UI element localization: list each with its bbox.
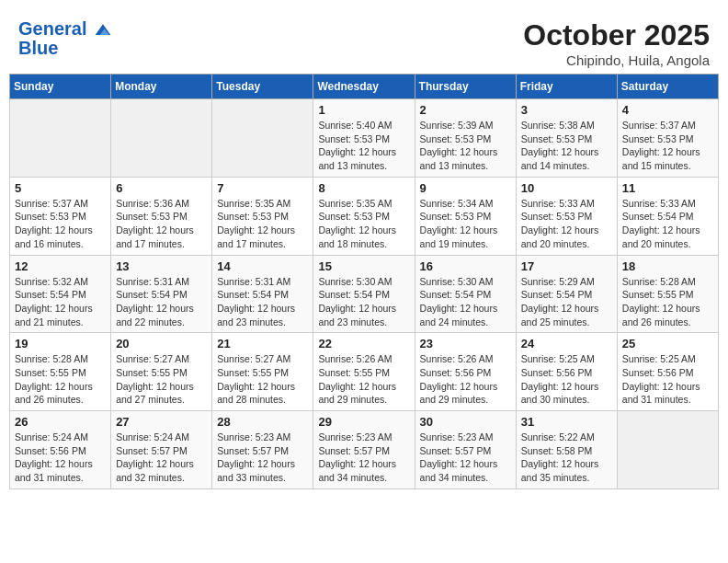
day-number: 23 — [420, 337, 511, 350]
calendar-cell: 21Sunrise: 5:27 AMSunset: 5:55 PMDayligh… — [212, 333, 313, 411]
day-info: Sunrise: 5:33 AMSunset: 5:53 PMDaylight:… — [521, 197, 612, 251]
calendar-cell: 10Sunrise: 5:33 AMSunset: 5:53 PMDayligh… — [516, 177, 617, 255]
calendar-week-2: 5Sunrise: 5:37 AMSunset: 5:53 PMDaylight… — [10, 177, 719, 255]
day-info: Sunrise: 5:32 AMSunset: 5:54 PMDaylight:… — [15, 275, 106, 329]
day-number: 18 — [622, 259, 713, 273]
day-number: 4 — [622, 103, 713, 117]
day-info: Sunrise: 5:25 AMSunset: 5:56 PMDaylight:… — [622, 352, 713, 407]
day-number: 5 — [15, 181, 106, 195]
title-block: October 2025 Chipindo, Huila, Angola — [523, 18, 710, 68]
calendar-cell: 14Sunrise: 5:31 AMSunset: 5:54 PMDayligh… — [212, 255, 313, 333]
weekday-header-row: SundayMondayTuesdayWednesdayThursdayFrid… — [10, 75, 719, 99]
logo-blue: Blue — [18, 38, 112, 59]
day-info: Sunrise: 5:40 AMSunset: 5:53 PMDaylight:… — [318, 119, 409, 173]
month-title: October 2025 — [523, 18, 710, 52]
day-info: Sunrise: 5:27 AMSunset: 5:55 PMDaylight:… — [116, 352, 207, 407]
day-number: 14 — [217, 259, 308, 273]
day-info: Sunrise: 5:34 AMSunset: 5:53 PMDaylight:… — [420, 197, 511, 251]
weekday-header-wednesday: Wednesday — [313, 75, 415, 99]
day-number: 26 — [15, 415, 106, 429]
day-info: Sunrise: 5:22 AMSunset: 5:58 PMDaylight:… — [521, 431, 612, 485]
day-number: 8 — [318, 181, 409, 195]
day-info: Sunrise: 5:24 AMSunset: 5:56 PMDaylight:… — [15, 431, 106, 485]
day-number: 3 — [521, 103, 612, 117]
location-title: Chipindo, Huila, Angola — [523, 52, 710, 68]
calendar-cell: 16Sunrise: 5:30 AMSunset: 5:54 PMDayligh… — [415, 255, 516, 333]
day-number: 27 — [116, 415, 207, 429]
day-number: 7 — [217, 181, 308, 195]
day-info: Sunrise: 5:25 AMSunset: 5:56 PMDaylight:… — [521, 352, 612, 407]
calendar-cell: 6Sunrise: 5:36 AMSunset: 5:53 PMDaylight… — [111, 177, 212, 255]
calendar-cell: 23Sunrise: 5:26 AMSunset: 5:56 PMDayligh… — [415, 333, 516, 411]
day-number: 9 — [420, 181, 511, 195]
calendar-cell: 3Sunrise: 5:38 AMSunset: 5:53 PMDaylight… — [516, 99, 617, 178]
logo-text: General — [18, 18, 112, 40]
day-number: 12 — [15, 259, 106, 273]
calendar-cell: 5Sunrise: 5:37 AMSunset: 5:53 PMDaylight… — [10, 177, 111, 255]
calendar-cell: 2Sunrise: 5:39 AMSunset: 5:53 PMDaylight… — [415, 99, 516, 178]
calendar-table: SundayMondayTuesdayWednesdayThursdayFrid… — [9, 74, 719, 489]
day-number: 11 — [622, 181, 713, 195]
calendar-week-4: 19Sunrise: 5:28 AMSunset: 5:55 PMDayligh… — [10, 333, 719, 411]
calendar-cell: 29Sunrise: 5:23 AMSunset: 5:57 PMDayligh… — [313, 411, 415, 489]
day-number: 2 — [420, 103, 511, 117]
calendar-cell: 8Sunrise: 5:35 AMSunset: 5:53 PMDaylight… — [313, 177, 415, 255]
calendar-cell: 12Sunrise: 5:32 AMSunset: 5:54 PMDayligh… — [10, 255, 111, 333]
day-number: 17 — [521, 259, 612, 273]
day-number: 28 — [217, 415, 308, 429]
calendar-cell — [111, 99, 212, 178]
calendar-cell: 26Sunrise: 5:24 AMSunset: 5:56 PMDayligh… — [10, 411, 111, 489]
day-number: 15 — [318, 259, 409, 273]
day-number: 16 — [420, 259, 511, 273]
day-info: Sunrise: 5:38 AMSunset: 5:53 PMDaylight:… — [521, 119, 612, 173]
calendar-week-5: 26Sunrise: 5:24 AMSunset: 5:56 PMDayligh… — [10, 411, 719, 489]
day-info: Sunrise: 5:37 AMSunset: 5:53 PMDaylight:… — [622, 119, 713, 173]
day-info: Sunrise: 5:29 AMSunset: 5:54 PMDaylight:… — [521, 275, 612, 329]
day-info: Sunrise: 5:23 AMSunset: 5:57 PMDaylight:… — [420, 431, 511, 485]
day-number: 19 — [15, 337, 106, 350]
day-number: 30 — [420, 415, 511, 429]
day-number: 22 — [318, 337, 409, 350]
day-number: 31 — [521, 415, 612, 429]
calendar-cell: 24Sunrise: 5:25 AMSunset: 5:56 PMDayligh… — [516, 333, 617, 411]
calendar-cell: 30Sunrise: 5:23 AMSunset: 5:57 PMDayligh… — [415, 411, 516, 489]
day-info: Sunrise: 5:37 AMSunset: 5:53 PMDaylight:… — [15, 197, 106, 251]
calendar-cell: 20Sunrise: 5:27 AMSunset: 5:55 PMDayligh… — [111, 333, 212, 411]
calendar-cell: 7Sunrise: 5:35 AMSunset: 5:53 PMDaylight… — [212, 177, 313, 255]
calendar-cell: 4Sunrise: 5:37 AMSunset: 5:53 PMDaylight… — [617, 99, 718, 178]
calendar-cell: 19Sunrise: 5:28 AMSunset: 5:55 PMDayligh… — [10, 333, 111, 411]
day-number: 24 — [521, 337, 612, 350]
day-info: Sunrise: 5:26 AMSunset: 5:55 PMDaylight:… — [318, 352, 409, 407]
calendar-cell — [10, 99, 111, 178]
day-info: Sunrise: 5:28 AMSunset: 5:55 PMDaylight:… — [15, 352, 106, 407]
weekday-header-friday: Friday — [516, 75, 617, 99]
day-info: Sunrise: 5:24 AMSunset: 5:57 PMDaylight:… — [116, 431, 207, 485]
day-number: 29 — [318, 415, 409, 429]
day-number: 20 — [116, 337, 207, 350]
day-info: Sunrise: 5:31 AMSunset: 5:54 PMDaylight:… — [116, 275, 207, 329]
day-info: Sunrise: 5:35 AMSunset: 5:53 PMDaylight:… — [318, 197, 409, 251]
calendar-week-1: 1Sunrise: 5:40 AMSunset: 5:53 PMDaylight… — [10, 99, 719, 178]
weekday-header-thursday: Thursday — [415, 75, 516, 99]
day-info: Sunrise: 5:26 AMSunset: 5:56 PMDaylight:… — [420, 352, 511, 407]
calendar-week-3: 12Sunrise: 5:32 AMSunset: 5:54 PMDayligh… — [10, 255, 719, 333]
day-number: 1 — [318, 103, 409, 117]
day-number: 25 — [622, 337, 713, 350]
calendar-cell: 13Sunrise: 5:31 AMSunset: 5:54 PMDayligh… — [111, 255, 212, 333]
calendar-cell: 28Sunrise: 5:23 AMSunset: 5:57 PMDayligh… — [212, 411, 313, 489]
calendar-cell: 25Sunrise: 5:25 AMSunset: 5:56 PMDayligh… — [617, 333, 718, 411]
day-info: Sunrise: 5:23 AMSunset: 5:57 PMDaylight:… — [217, 431, 308, 485]
weekday-header-monday: Monday — [111, 75, 212, 99]
day-number: 21 — [217, 337, 308, 350]
day-number: 13 — [116, 259, 207, 273]
day-info: Sunrise: 5:31 AMSunset: 5:54 PMDaylight:… — [217, 275, 308, 329]
calendar-cell: 22Sunrise: 5:26 AMSunset: 5:55 PMDayligh… — [313, 333, 415, 411]
calendar-cell — [617, 411, 718, 489]
day-info: Sunrise: 5:36 AMSunset: 5:53 PMDaylight:… — [116, 197, 207, 251]
day-info: Sunrise: 5:39 AMSunset: 5:53 PMDaylight:… — [420, 119, 511, 173]
calendar-cell: 27Sunrise: 5:24 AMSunset: 5:57 PMDayligh… — [111, 411, 212, 489]
day-info: Sunrise: 5:28 AMSunset: 5:55 PMDaylight:… — [622, 275, 713, 329]
calendar-cell: 17Sunrise: 5:29 AMSunset: 5:54 PMDayligh… — [516, 255, 617, 333]
calendar-cell: 31Sunrise: 5:22 AMSunset: 5:58 PMDayligh… — [516, 411, 617, 489]
calendar-cell: 15Sunrise: 5:30 AMSunset: 5:54 PMDayligh… — [313, 255, 415, 333]
